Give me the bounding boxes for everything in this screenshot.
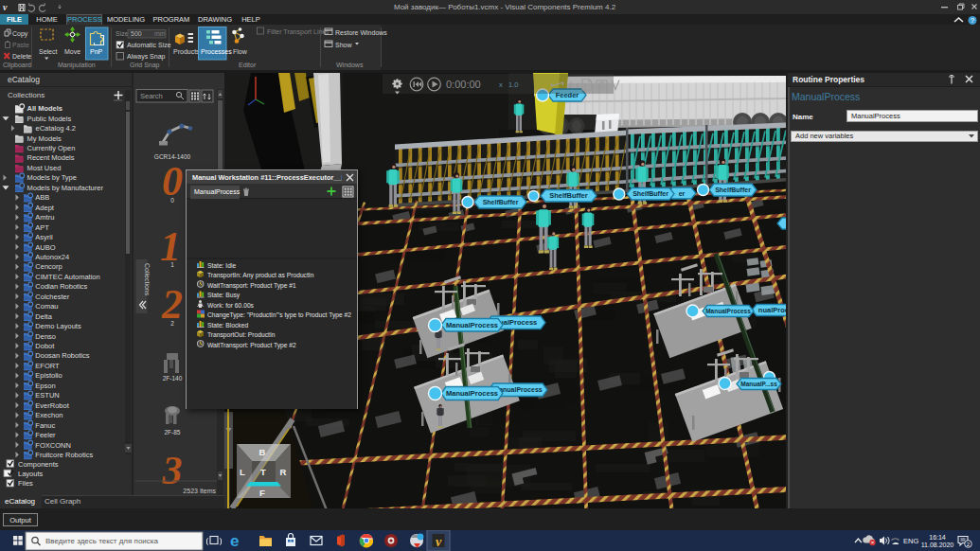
svg-text:Filter Transport Links: Filter Transport Links <box>267 28 330 36</box>
svg-text:Cencorp: Cencorp <box>35 262 62 271</box>
svg-text:Currently Open: Currently Open <box>27 144 76 152</box>
svg-text:Copy: Copy <box>12 30 28 38</box>
svg-text:Components: Components <box>18 460 59 469</box>
svg-text:Restore Windows: Restore Windows <box>335 29 387 36</box>
svg-text:e: e <box>230 532 239 550</box>
svg-text:mm: mm <box>154 30 166 37</box>
svg-text:ShelfBuffer: ShelfBuffer <box>483 199 519 205</box>
svg-text:Models by Type: Models by Type <box>27 173 77 182</box>
svg-text:Asyril: Asyril <box>35 233 53 241</box>
svg-text:FOXCONN: FOXCONN <box>35 441 71 450</box>
svg-text:Demo Layouts: Demo Layouts <box>35 322 81 330</box>
svg-text:Automatic Size: Automatic Size <box>127 42 171 48</box>
svg-text:WaitTransport: Product Type #2: WaitTransport: Product Type #2 <box>207 342 296 349</box>
svg-text:eCatalog 4.2: eCatalog 4.2 <box>36 124 77 133</box>
svg-text:CIMTEC Automation: CIMTEC Automation <box>35 273 99 281</box>
svg-text:2: 2 <box>170 320 174 327</box>
svg-text:Windows: Windows <box>336 62 364 68</box>
svg-text:State: Idle: State: Idle <box>207 262 236 269</box>
svg-text:TransportIn: Any product as Pr: TransportIn: Any product as ProductIn <box>207 272 314 279</box>
svg-text:2F-140: 2F-140 <box>163 375 183 382</box>
svg-text:ShelfBuffer: ShelfBuffer <box>633 190 668 197</box>
svg-text:Size: Size <box>116 30 129 37</box>
svg-text:Collections: Collections <box>144 263 151 296</box>
svg-text:2523 Items: 2523 Items <box>183 488 216 494</box>
svg-text:Work: for 60.00s: Work: for 60.00s <box>207 302 255 309</box>
svg-text:Layouts: Layouts <box>18 470 44 478</box>
svg-text:nualProce: nualProce <box>758 306 786 314</box>
svg-text:Autonox24: Autonox24 <box>35 253 69 261</box>
svg-text:11.08.2020: 11.08.2020 <box>921 542 954 548</box>
svg-text:WaitTransport: Product Type #1: WaitTransport: Product Type #1 <box>207 282 296 290</box>
svg-text:Amtru: Amtru <box>35 213 54 222</box>
svg-text:ShelfBuffer: ShelfBuffer <box>715 187 751 193</box>
svg-text:Dobot: Dobot <box>35 342 55 350</box>
svg-text:Clipboard: Clipboard <box>3 62 31 69</box>
svg-text:R: R <box>280 467 287 477</box>
svg-text:State: Busy: State: Busy <box>207 292 241 299</box>
svg-text:Adept: Adept <box>35 204 55 212</box>
svg-text:Epson: Epson <box>35 382 55 390</box>
svg-text:Files: Files <box>18 479 33 488</box>
svg-text:Select: Select <box>39 48 58 55</box>
svg-text:ABB: ABB <box>35 193 49 202</box>
svg-text:Feeler: Feeler <box>35 431 56 439</box>
svg-text:T: T <box>260 467 266 477</box>
svg-text:Epistolio: Epistolio <box>35 371 62 380</box>
svg-text:Fruitcore Robotics: Fruitcore Robotics <box>35 451 93 459</box>
svg-text:2F-85: 2F-85 <box>165 429 181 435</box>
svg-text:500: 500 <box>131 30 142 37</box>
svg-text:0: 0 <box>170 197 174 204</box>
svg-text:Colchester: Colchester <box>35 293 69 301</box>
svg-text:TransportOut: ProductIn: TransportOut: ProductIn <box>207 331 276 339</box>
svg-text:L: L <box>240 467 245 477</box>
svg-text:ManualProcess: ManualProcess <box>446 321 498 329</box>
svg-text:EFORT: EFORT <box>35 362 60 370</box>
svg-text:ESTUN: ESTUN <box>35 391 59 400</box>
svg-text:F: F <box>259 488 265 498</box>
svg-text:AUBO: AUBO <box>35 243 55 252</box>
svg-text:Doosan Robotics: Doosan Robotics <box>35 351 89 360</box>
svg-text:Processes: Processes <box>201 48 232 55</box>
svg-text:My Models: My Models <box>27 134 62 143</box>
svg-text:Grid Snap: Grid Snap <box>130 62 160 69</box>
svg-text:Public Models: Public Models <box>27 115 72 123</box>
svg-text:Move: Move <box>64 48 80 55</box>
svg-text:State: Blocked: State: Blocked <box>207 322 248 329</box>
svg-text:16:14: 16:14 <box>929 534 946 541</box>
svg-text:Denso: Denso <box>35 332 56 341</box>
svg-text:ENG: ENG <box>903 537 918 545</box>
svg-text:Delta: Delta <box>35 312 52 321</box>
svg-text:Paste: Paste <box>12 42 29 48</box>
svg-text:Search: Search <box>140 92 163 100</box>
svg-text:?: ? <box>971 16 975 25</box>
svg-text:Models by Manufacturer: Models by Manufacturer <box>27 184 104 192</box>
svg-text:Products: Products <box>173 48 200 55</box>
svg-text:ManualProcess: ManualProcess <box>705 308 751 314</box>
svg-text:ManualProcess: ManualProcess <box>446 389 498 398</box>
svg-text:B: B <box>259 447 266 457</box>
svg-text:3: 3 <box>162 449 183 492</box>
svg-text:All Models: All Models <box>27 104 63 113</box>
svg-text:v: v <box>436 535 442 549</box>
svg-text:Recent Models: Recent Models <box>27 153 75 162</box>
svg-text:Fanuc: Fanuc <box>35 421 55 430</box>
svg-text:Введите здесь текст для поиска: Введите здесь текст для поиска <box>45 537 158 545</box>
svg-text:Exechon: Exechon <box>35 411 62 419</box>
svg-text:Most Used: Most Used <box>27 164 62 172</box>
svg-text:PnP: PnP <box>90 48 103 55</box>
svg-text:ChangeType: "ProductIn"'s type: ChangeType: "ProductIn"'s type to Produc… <box>207 311 351 319</box>
svg-text:er: er <box>679 190 686 197</box>
svg-text:Editor: Editor <box>239 62 257 68</box>
svg-text:APT: APT <box>35 223 49 232</box>
svg-text:v: v <box>3 2 8 12</box>
svg-text:EverRobot: EverRobot <box>35 401 69 410</box>
svg-text:Flow: Flow <box>233 48 248 55</box>
svg-text:0:00:00: 0:00:00 <box>446 79 481 90</box>
svg-text:Codian Robotics: Codian Robotics <box>35 282 87 291</box>
svg-text:x: x <box>499 80 503 89</box>
svg-text:Delete: Delete <box>12 53 31 60</box>
svg-text:Show: Show <box>335 42 352 48</box>
svg-text:Always Snap: Always Snap <box>127 53 166 61</box>
svg-text:1.0: 1.0 <box>508 80 518 89</box>
